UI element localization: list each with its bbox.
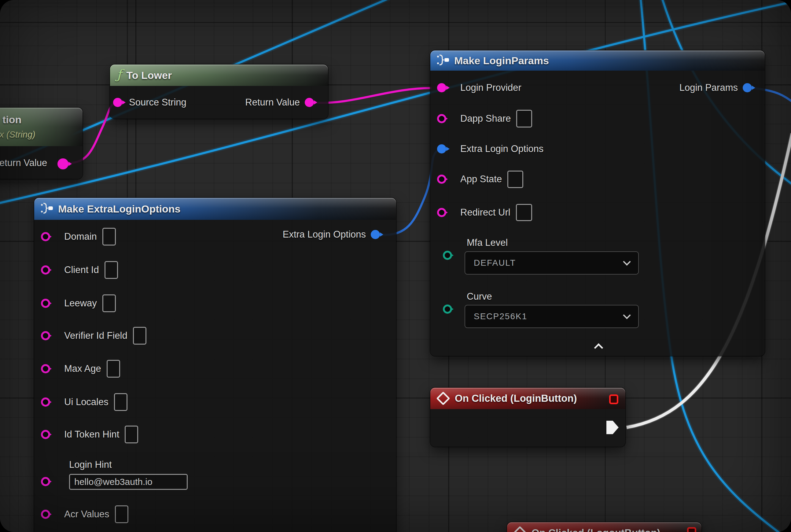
node-get-selected-option[interactable]: tion ox (String) eturn Value: [0, 108, 82, 179]
ui-locales-value-box[interactable]: [114, 393, 128, 411]
node-on-clicked-login-button[interactable]: On Clicked (LoginButton): [430, 388, 625, 447]
node-on-clicked-logout-button[interactable]: On Clicked (LogoutButton): [507, 522, 701, 532]
pin-row: Domain: [34, 227, 396, 246]
mfa-level-pin[interactable]: [443, 251, 452, 260]
max-age-value-box[interactable]: [107, 360, 120, 378]
curve-pin[interactable]: [443, 305, 452, 314]
function-f-icon: ƒ: [117, 67, 122, 82]
mfa-level-label: Mfa Level: [467, 237, 508, 248]
login-hint-pin[interactable]: [41, 477, 50, 486]
pin-row: Ui Locales: [34, 393, 396, 412]
pin-row: Max Age: [34, 359, 396, 378]
curve-value: SECP256K1: [474, 311, 527, 321]
login-hint-label: Login Hint: [69, 459, 112, 470]
pin-row: Acr Values: [34, 505, 396, 524]
pin-row: App State: [430, 170, 765, 189]
pin-row-output: Login Params: [430, 78, 752, 97]
curve-label: Curve: [467, 291, 492, 302]
blueprint-editor-viewport: tion ox (String) eturn Value ƒ To Lower …: [0, 0, 791, 532]
app-state-pin[interactable]: [437, 175, 446, 184]
return-value-pin[interactable]: [305, 98, 314, 107]
collapse-node-chevron-icon[interactable]: [594, 343, 603, 353]
acr-values-label: Acr Values: [64, 509, 110, 520]
client-id-value-box[interactable]: [104, 261, 118, 279]
redirect-url-value-box[interactable]: [516, 204, 532, 221]
ui-locales-pin[interactable]: [41, 397, 50, 407]
dapp-share-label: Dapp Share: [460, 113, 511, 124]
node-make-extra-login-options[interactable]: Make ExtraLoginOptions Extra Login Optio…: [34, 198, 396, 532]
login-params-out-label: Login Params: [679, 82, 738, 93]
domain-value-box[interactable]: [102, 228, 116, 246]
pin-row: Client Id: [34, 261, 396, 280]
verifier-id-field-label: Verifier Id Field: [64, 330, 128, 341]
event-binding-icon[interactable]: [609, 394, 618, 404]
verifier-id-field-pin[interactable]: [41, 331, 50, 340]
dapp-share-pin[interactable]: [437, 114, 446, 123]
event-binding-icon[interactable]: [687, 527, 696, 532]
node-title: On Clicked (LoginButton): [455, 393, 577, 404]
event-diamond-icon: [513, 526, 527, 532]
leeway-label: Leeway: [64, 298, 97, 309]
redirect-url-label: Redirect Url: [460, 207, 510, 218]
extra-login-options-in-pin[interactable]: [437, 144, 446, 153]
id-token-hint-value-box[interactable]: [125, 425, 138, 443]
exec-out-pin[interactable]: [606, 421, 619, 434]
node-title: To Lower: [127, 70, 172, 81]
verifier-id-field-value-box[interactable]: [133, 327, 147, 345]
pin-row: Leeway: [34, 294, 396, 313]
domain-label: Domain: [64, 231, 97, 242]
pin-row: Id Token Hint: [34, 425, 396, 444]
client-id-label: Client Id: [64, 264, 99, 276]
acr-values-pin[interactable]: [41, 510, 50, 519]
leeway-value-box[interactable]: [102, 294, 116, 312]
leeway-pin[interactable]: [41, 299, 50, 308]
id-token-hint-pin[interactable]: [41, 430, 50, 439]
return-value-pin[interactable]: [57, 158, 69, 169]
mfa-level-value: DEFAULT: [474, 258, 516, 268]
node-to-lower[interactable]: ƒ To Lower Source String Return Value: [110, 64, 328, 119]
curve-dropdown[interactable]: SECP256K1: [465, 305, 639, 328]
max-age-label: Max Age: [64, 363, 101, 374]
node-subtitle-fragment: ox (String): [0, 130, 36, 140]
acr-values-value-box[interactable]: [115, 506, 128, 523]
redirect-url-pin[interactable]: [437, 208, 446, 217]
login-hint-value: hello@web3auth.io: [74, 477, 153, 487]
event-diamond-icon: [436, 391, 450, 405]
domain-pin[interactable]: [41, 232, 50, 241]
extra-login-options-in-label: Extra Login Options: [460, 144, 543, 154]
mfa-level-dropdown[interactable]: DEFAULT: [465, 251, 639, 274]
client-id-pin[interactable]: [41, 265, 50, 274]
login-hint-value-box[interactable]: hello@web3auth.io: [69, 474, 188, 490]
pin-row: Verifier Id Field: [34, 326, 396, 345]
node-title: On Clicked (LogoutButton): [532, 527, 660, 532]
node-title: Make ExtraLoginOptions: [58, 203, 181, 215]
app-state-label: App State: [460, 174, 502, 185]
chevron-down-icon: [623, 311, 631, 319]
return-value-label: Return Value: [245, 97, 300, 108]
app-state-value-box[interactable]: [507, 171, 523, 188]
id-token-hint-label: Id Token Hint: [64, 429, 119, 440]
make-struct-icon: [437, 54, 450, 67]
login-params-out-pin[interactable]: [743, 83, 752, 92]
node-make-login-params[interactable]: Make LoginParams Login Provider Login Pa…: [430, 51, 765, 356]
ui-locales-label: Ui Locales: [64, 397, 109, 407]
make-struct-icon: [40, 203, 54, 215]
chevron-down-icon: [623, 258, 631, 265]
node-title-fragment: tion: [2, 114, 21, 126]
pin-row: Extra Login Options: [430, 139, 765, 158]
node-title: Make LoginParams: [454, 55, 549, 66]
return-value-label: eturn Value: [0, 157, 47, 169]
dapp-share-value-box[interactable]: [516, 110, 532, 128]
pin-row: Redirect Url: [430, 203, 765, 222]
max-age-pin[interactable]: [41, 364, 50, 373]
pin-row: Dapp Share: [430, 109, 765, 128]
